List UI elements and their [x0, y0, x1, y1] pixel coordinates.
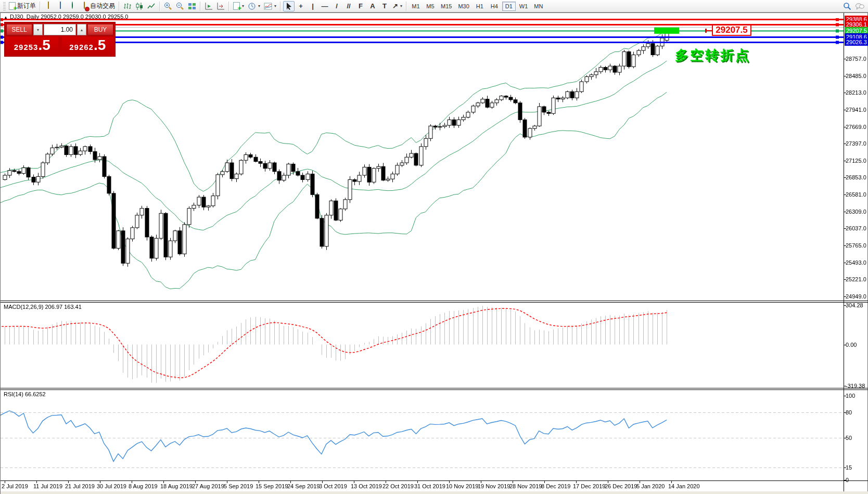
date-tick-label: 28 Nov 2019 [509, 483, 542, 489]
date-tick-label: 14 Jan 2020 [668, 483, 700, 489]
separator [228, 2, 229, 11]
dropdown-arrow-icon: ▾ [242, 4, 244, 8]
price-tick-label: 25765.0 [846, 242, 866, 249]
timeframe-group: M1M5M15M30H1H4D1W1MN [409, 2, 545, 11]
timeframe-mn-button[interactable]: MN [531, 2, 545, 11]
chat-button[interactable] [853, 1, 866, 11]
toolbar-grip [3, 2, 6, 10]
date-tick-label: 19 Nov 2019 [478, 483, 510, 489]
separator [119, 2, 120, 11]
buy-button[interactable]: BUY [87, 24, 113, 35]
price-tick-label: 28213.0 [846, 89, 866, 96]
zoom-out-button[interactable] [174, 1, 186, 11]
timeframe-m30-button[interactable]: M30 [455, 2, 471, 11]
zoom-in-button[interactable] [162, 1, 174, 11]
date-tick-label: 8 Aug 2019 [129, 483, 158, 489]
date-tick-label: 3 Oct 2019 [319, 483, 347, 489]
dropdown-arrow-icon: ▾ [258, 4, 260, 8]
bar-chart-button[interactable] [122, 1, 133, 11]
buy-price-display: 29262 .5 [62, 37, 114, 55]
new-order-button[interactable]: 新订单 [7, 1, 37, 11]
date-tick-label: 5 Sep 2019 [224, 483, 253, 489]
timeframe-m1-button[interactable]: M1 [409, 2, 423, 11]
cursor-icon [285, 2, 293, 10]
chart-shift-button[interactable] [215, 1, 226, 11]
price-tag: 29207.5 [712, 24, 751, 36]
date-tick-label: 27 Aug 2019 [192, 483, 224, 489]
date-tick-label: 24 Sep 2019 [287, 483, 320, 489]
sell-button[interactable]: SELL [6, 24, 32, 35]
candlestick-chart-button[interactable] [134, 1, 145, 11]
profiles-button[interactable] [43, 1, 54, 11]
line-chart-button[interactable] [146, 1, 157, 11]
volume-up-button[interactable]: ▴ [77, 24, 86, 35]
macd-tick-label: -319.38 [846, 383, 865, 389]
price-chart-canvas[interactable] [1, 13, 868, 491]
date-tick-label: 21 Jul 2019 [65, 483, 95, 489]
price-tick-label: 28485.0 [846, 73, 866, 79]
vertical-line-button[interactable]: | [307, 1, 318, 11]
timeframe-h4-button[interactable]: H4 [488, 2, 501, 11]
periods-button[interactable]: ▾ [246, 1, 262, 11]
equidistant-channel-button[interactable]: // [343, 1, 354, 11]
signal-button[interactable] [67, 1, 78, 11]
search-icon [843, 2, 851, 10]
market-watch-icon [60, 2, 61, 9]
crosshair-button[interactable]: + [295, 1, 307, 11]
separator [40, 2, 41, 11]
search-button[interactable] [841, 1, 853, 11]
date-tick-label: 18 Aug 2019 [160, 483, 193, 489]
tile-windows-button[interactable] [186, 1, 198, 11]
volume-field[interactable]: 1.00 [44, 24, 76, 35]
arrows-button[interactable]: ↗ ▾ [391, 1, 404, 11]
separator [159, 2, 160, 11]
text-button[interactable]: A [367, 1, 378, 11]
sell-price-main: 29253 [14, 43, 39, 51]
price-tick-label: 26309.0 [846, 209, 866, 215]
timeframe-d1-button[interactable]: D1 [502, 2, 516, 11]
price-tick-label: 27669.0 [846, 124, 866, 130]
auto-trading-button[interactable]: 自动交易 [79, 1, 117, 11]
vertical-line-icon: | [312, 3, 314, 9]
timeframe-w1-button[interactable]: W1 [517, 2, 531, 11]
date-tick-label: 10 Nov 2019 [446, 483, 478, 489]
arrows-icon: ↗ [392, 3, 398, 9]
fibonacci-icon: F [359, 3, 363, 9]
text-label-button[interactable]: T [379, 1, 390, 11]
rsi-tick-label: 0 [846, 477, 849, 483]
market-watch-button[interactable] [55, 1, 66, 11]
zoom-out-icon [176, 2, 184, 10]
price-tick-label: 27125.0 [846, 158, 866, 164]
zoom-in-icon [164, 2, 172, 10]
chart-shift-icon [216, 2, 225, 10]
auto-scroll-icon [205, 2, 213, 10]
fibonacci-button[interactable]: F [355, 1, 366, 11]
buy-price-pip: .5 [94, 38, 106, 53]
auto-trading-label: 自动交易 [90, 2, 115, 10]
separator [280, 2, 281, 11]
signal-icon [72, 2, 73, 9]
auto-scroll-button[interactable] [203, 1, 214, 11]
indicators-icon [264, 2, 272, 10]
trendline-button[interactable]: / [331, 1, 342, 11]
timeframe-h1-button[interactable]: H1 [473, 2, 487, 11]
timeframe-m5-button[interactable]: M5 [424, 2, 437, 11]
channel-icon: // [347, 3, 350, 9]
date-tick-label: 2 Jul 2019 [2, 483, 28, 489]
new-order-label: 新订单 [17, 2, 36, 10]
separator [406, 2, 407, 11]
date-tick-label: 5 Jan 2020 [636, 483, 665, 489]
profiles-icon [48, 2, 49, 9]
cursor-button[interactable] [283, 1, 295, 11]
timeframe-m15-button[interactable]: M15 [438, 2, 454, 11]
new-chart-button[interactable]: ▾ [232, 1, 246, 11]
macd-label: MACD(12,26,9) 206.97 163.41 [4, 304, 82, 310]
level-price-label: 29026.3 [845, 38, 868, 46]
volume-down-button[interactable]: ▾ [33, 24, 43, 35]
horizontal-line-button[interactable]: — [319, 1, 330, 11]
rsi-tick-label: 100 [846, 393, 855, 399]
macd-tick-label: 0.00 [846, 342, 857, 348]
price-tick-label: 24949.0 [846, 293, 866, 300]
price-tick-label: 27941.0 [846, 107, 866, 113]
indicators-button[interactable]: ▾ [262, 1, 278, 11]
